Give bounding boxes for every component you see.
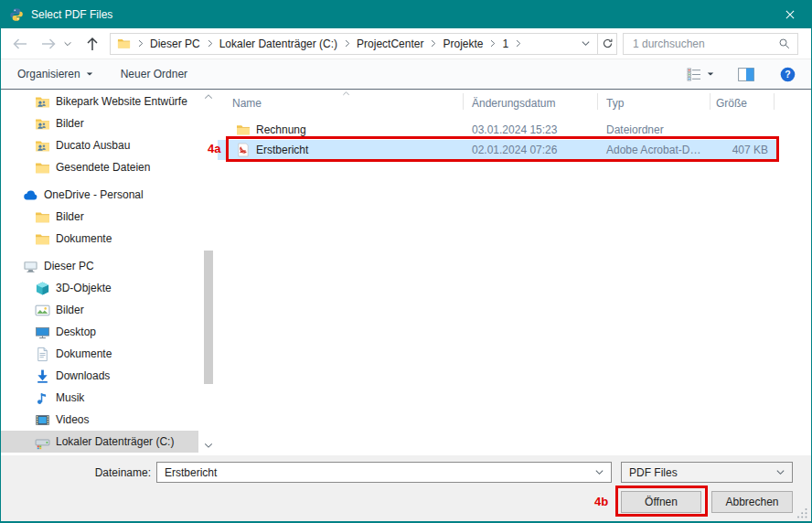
- new-folder-button[interactable]: Neuer Ordner: [121, 68, 187, 80]
- pdf-icon: [236, 143, 251, 157]
- refresh-icon: [602, 37, 614, 49]
- close-button[interactable]: [769, 1, 811, 28]
- filename-input[interactable]: [163, 465, 594, 480]
- column-divider[interactable]: [597, 93, 598, 110]
- file-row[interactable]: Rechnung 03.01.2024 15:23 Dateiordner: [218, 120, 777, 140]
- up-button[interactable]: [84, 36, 101, 52]
- column-headers: Name Änderungsdatum Typ Größe: [218, 90, 811, 113]
- sidebar-item[interactable]: Bilder: [1, 206, 198, 228]
- column-divider[interactable]: [710, 93, 710, 110]
- filename-combobox: [156, 462, 612, 483]
- column-divider[interactable]: [463, 93, 464, 110]
- svg-text:?: ?: [785, 69, 790, 80]
- search-icon: [778, 37, 790, 49]
- breadcrumb-item[interactable]: Dieser PC: [131, 37, 200, 50]
- sidebar-item[interactable]: Bikepark Website Entwürfe: [1, 91, 198, 112]
- pc-icon: [23, 259, 38, 274]
- folder-tree: Bikepark Website Entwürfe Bilder Ducato …: [1, 91, 198, 453]
- forward-button[interactable]: [40, 36, 57, 52]
- organize-menu[interactable]: Organisieren: [17, 68, 93, 80]
- sidebar-item[interactable]: Bilder: [1, 112, 198, 134]
- download-icon: [35, 368, 50, 384]
- column-header-date[interactable]: Änderungsdatum: [472, 97, 555, 110]
- sidebar-item[interactable]: OneDrive - Personal: [1, 184, 198, 206]
- breadcrumb-item[interactable]: Projekte: [423, 37, 483, 50]
- video-icon: [35, 412, 50, 428]
- sidebar-item[interactable]: Dieser PC: [1, 255, 198, 277]
- help-button[interactable]: ?: [780, 67, 796, 82]
- title-bar: Select PDF Files: [1, 1, 811, 28]
- column-header-size[interactable]: Größe: [716, 97, 747, 110]
- close-icon: [785, 9, 796, 20]
- cloud-icon: [23, 187, 38, 203]
- scroll-down-icon[interactable]: [204, 441, 213, 450]
- chevron-right-icon: [429, 39, 437, 48]
- folder-icon: [35, 160, 50, 176]
- address-folder-icon: [117, 37, 131, 50]
- breadcrumb: Dieser PC Lokaler Datenträger (C:) Proje…: [131, 37, 508, 50]
- navigation-pane: Bikepark Website Entwürfe Bilder Ducato …: [1, 90, 218, 455]
- sidebar-item[interactable]: Musik: [1, 387, 198, 409]
- column-header-name[interactable]: Name: [232, 97, 262, 110]
- scrollbar-thumb[interactable]: [204, 251, 213, 384]
- sidebar-item[interactable]: Gesendete Dateien: [1, 156, 198, 178]
- filetype-dropdown[interactable]: PDF Files: [621, 462, 793, 483]
- filename-label: Dateiname:: [1, 466, 151, 479]
- chevron-right-icon: [343, 39, 351, 48]
- navigation-bar: Dieser PC Lokaler Datenträger (C:) Proje…: [1, 28, 811, 59]
- address-dropdown-icon[interactable]: [581, 38, 591, 48]
- filename-dropdown-icon[interactable]: [594, 467, 604, 477]
- sidebar-item[interactable]: Lokaler Datenträger (C:): [1, 431, 198, 453]
- chevron-right-icon: [488, 39, 497, 48]
- resize-grip[interactable]: [796, 507, 808, 519]
- file-row[interactable]: Erstbericht 02.01.2024 07:26 Adobe Acrob…: [218, 140, 777, 160]
- list-view-icon: [687, 68, 701, 81]
- search-box: [623, 33, 798, 55]
- shared-folder-icon: [35, 138, 50, 154]
- python-app-icon: [9, 7, 24, 22]
- folder-icon: [236, 123, 251, 137]
- scroll-up-icon[interactable]: [204, 92, 213, 101]
- open-file-dialog: Select PDF Files Dieser PC: [0, 0, 812, 523]
- filetype-dropdown-icon: [775, 467, 785, 477]
- desktop-icon: [35, 325, 50, 340]
- sidebar-item[interactable]: Desktop: [1, 321, 198, 343]
- sidebar-item[interactable]: Downloads: [1, 365, 198, 387]
- breadcrumb-item[interactable]: ProjectCenter: [337, 37, 423, 50]
- sidebar-item[interactable]: Bilder: [1, 299, 198, 321]
- caret-down-icon: [86, 70, 93, 78]
- file-list: Name Änderungsdatum Typ Größe Rechnung 0…: [218, 90, 811, 455]
- drive-icon: [35, 434, 50, 450]
- sidebar-item[interactable]: 3D-Objekte: [1, 277, 198, 299]
- file-rows: Rechnung 03.01.2024 15:23 Dateiordner Er…: [218, 120, 811, 160]
- cube-icon: [35, 281, 50, 296]
- cancel-button[interactable]: Abbrechen: [711, 491, 793, 513]
- breadcrumb-item[interactable]: Lokaler Datenträger (C:): [200, 37, 337, 50]
- chevron-right-icon: [206, 39, 214, 48]
- open-button[interactable]: Öffnen: [621, 491, 701, 513]
- history-dropdown-icon[interactable]: [63, 39, 72, 48]
- back-button[interactable]: [12, 36, 28, 52]
- change-view-button[interactable]: [687, 68, 714, 81]
- refresh-button[interactable]: [597, 33, 617, 55]
- address-bar[interactable]: Dieser PC Lokaler Datenträger (C:) Proje…: [110, 33, 598, 55]
- tree-scrollbar[interactable]: [202, 90, 215, 455]
- sort-ascending-icon: [342, 91, 350, 97]
- chevron-right-icon: [136, 39, 144, 48]
- content-area: Bikepark Website Entwürfe Bilder Ducato …: [1, 90, 811, 455]
- sidebar-item[interactable]: Dokumente: [1, 228, 198, 250]
- picture-icon: [35, 303, 50, 318]
- document-icon: [35, 347, 50, 362]
- search-input[interactable]: [631, 37, 778, 51]
- sidebar-item[interactable]: Ducato Ausbau: [1, 134, 198, 156]
- folder-icon: [35, 231, 50, 247]
- sidebar-item[interactable]: Videos: [1, 409, 198, 431]
- window-title: Select PDF Files: [31, 8, 112, 21]
- sidebar-item[interactable]: Dokumente: [1, 343, 198, 365]
- column-divider[interactable]: [774, 93, 775, 110]
- column-header-type[interactable]: Typ: [606, 97, 624, 110]
- preview-pane-button[interactable]: [738, 68, 754, 81]
- breadcrumb-item[interactable]: 1: [483, 37, 508, 50]
- caret-down-icon: [707, 70, 714, 78]
- music-icon: [35, 390, 50, 406]
